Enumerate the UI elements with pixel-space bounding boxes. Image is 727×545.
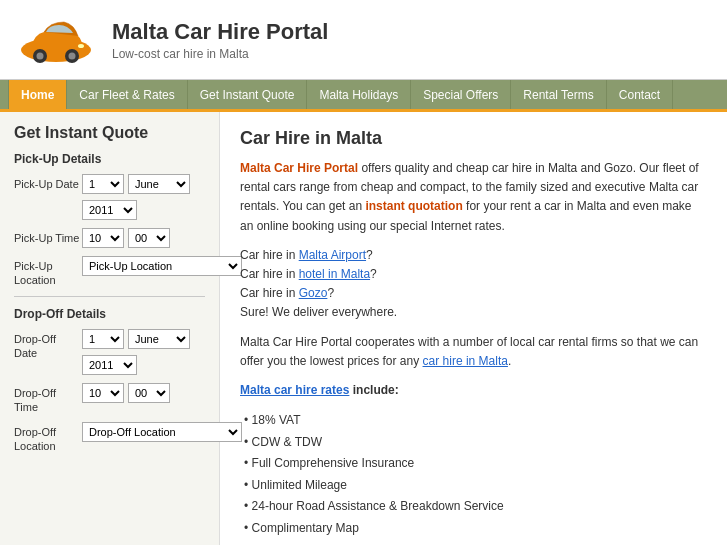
dropoff-min-select[interactable]: 00153045 <box>128 383 170 403</box>
pickup-month-select[interactable]: JanuaryFebruaryMarchApril MayJuneJulyAug… <box>128 174 190 194</box>
locations-paragraph: Car hire in Malta Airport? Car hire in h… <box>240 246 707 323</box>
gozo-link[interactable]: Gozo <box>299 286 328 300</box>
cooperates-paragraph: Malta Car Hire Portal cooperates with a … <box>240 333 707 371</box>
main-article: Car Hire in Malta Malta Car Hire Portal … <box>220 112 727 545</box>
svg-point-2 <box>37 53 44 60</box>
deliver-line: Sure! We deliver everywhere. <box>240 305 397 319</box>
site-header: Malta Car Hire Portal Low-cost car hire … <box>0 0 727 80</box>
pickup-date-label: Pick-Up Date <box>14 174 82 191</box>
section-divider <box>14 296 205 297</box>
pickup-location-controls: Pick-Up Location Malta Airport Valletta … <box>82 256 242 276</box>
dropoff-location-label: Drop-Off Location <box>14 422 82 454</box>
dropoff-time-controls: 0001020304 0506070809 1011121314 1516171… <box>82 383 205 403</box>
nav-item-rental-terms[interactable]: Rental Terms <box>511 80 606 109</box>
dropoff-location-select[interactable]: Drop-Off Location Malta Airport Valletta… <box>82 422 242 442</box>
nav-item-home[interactable]: Home <box>8 80 67 109</box>
pickup-date-row: Pick-Up Date 12345 678910 15202531 Janua… <box>14 174 205 220</box>
airport-line: Car hire in Malta Airport? <box>240 248 373 262</box>
airport-link[interactable]: Malta Airport <box>299 248 366 262</box>
intro-paragraph: Malta Car Hire Portal offers quality and… <box>240 159 707 236</box>
pickup-time-label: Pick-Up Time <box>14 228 82 245</box>
gozo-line: Car hire in Gozo? <box>240 286 334 300</box>
rate-item-mileage: Unlimited Mileage <box>244 475 707 497</box>
rates-list: 18% VAT CDW & TDW Full Comprehensive Ins… <box>244 410 707 545</box>
nav-item-contact[interactable]: Contact <box>607 80 673 109</box>
dropoff-day-select[interactable]: 123510 15202531 <box>82 329 124 349</box>
pickup-time-row: Pick-Up Time 0001020304 0506070809 10111… <box>14 228 205 248</box>
nav-item-malta-holidays[interactable]: Malta Holidays <box>307 80 411 109</box>
pickup-section-title: Pick-Up Details <box>14 152 205 166</box>
pickup-location-row: Pick-Up Location Pick-Up Location Malta … <box>14 256 205 288</box>
nav-item-car-fleet--rates[interactable]: Car Fleet & Rates <box>67 80 187 109</box>
rate-item-terms: Check car rental terms for more informat… <box>244 540 707 545</box>
article-heading: Car Hire in Malta <box>240 128 707 149</box>
rate-item-insurance: Full Comprehensive Insurance <box>244 453 707 475</box>
dropoff-month-select[interactable]: JanuaryFebruaryMarchApril MayJuneJulyAug… <box>128 329 190 349</box>
car-hire-malta-link[interactable]: car hire in Malta <box>423 354 508 368</box>
main-content: Get Instant Quote Pick-Up Details Pick-U… <box>0 112 727 545</box>
rates-include-text: include: <box>349 383 398 397</box>
dropoff-location-controls: Drop-Off Location Malta Airport Valletta… <box>82 422 242 442</box>
portal-name-link[interactable]: Malta Car Hire Portal <box>240 161 358 175</box>
dropoff-time-row: Drop-Off Time 0001020304 0506070809 1011… <box>14 383 205 415</box>
dropoff-year-select[interactable]: 201120122013 <box>82 355 137 375</box>
nav-item-get-instant-quote[interactable]: Get Instant Quote <box>188 80 308 109</box>
malta-rates-link[interactable]: Malta car hire rates <box>240 383 349 397</box>
pickup-location-label: Pick-Up Location <box>14 256 82 288</box>
dropoff-date-label: Drop-Off Date <box>14 329 82 361</box>
pickup-min-select[interactable]: 00153045 <box>128 228 170 248</box>
pickup-time-controls: 0001020304 0506070809 1011121314 1516171… <box>82 228 205 248</box>
rates-line: Malta car hire rates include: <box>240 381 707 400</box>
dropoff-time-label: Drop-Off Time <box>14 383 82 415</box>
svg-point-5 <box>78 44 84 48</box>
quote-sidebar: Get Instant Quote Pick-Up Details Pick-U… <box>0 112 220 545</box>
dropoff-location-row: Drop-Off Location Drop-Off Location Malt… <box>14 422 205 454</box>
instant-quote-text: instant quotation <box>365 199 462 213</box>
nav-item-special-offers[interactable]: Special Offers <box>411 80 511 109</box>
dropoff-hour-select[interactable]: 0001020304 0506070809 1011121314 1516171… <box>82 383 124 403</box>
site-logo <box>16 12 96 67</box>
dropoff-date-controls: 123510 15202531 JanuaryFebruaryMarchApri… <box>82 329 205 375</box>
svg-point-4 <box>69 53 76 60</box>
sidebar-title: Get Instant Quote <box>14 124 205 142</box>
rate-item-vat: 18% VAT <box>244 410 707 432</box>
rate-item-cdw: CDW & TDW <box>244 432 707 454</box>
pickup-day-select[interactable]: 12345 678910 15202531 <box>82 174 124 194</box>
rate-item-assistance: 24-hour Road Assistance & Breakdown Serv… <box>244 496 707 518</box>
site-title-block: Malta Car Hire Portal Low-cost car hire … <box>112 19 328 61</box>
hotel-line: Car hire in hotel in Malta? <box>240 267 377 281</box>
pickup-year-select[interactable]: 201120122013 <box>82 200 137 220</box>
pickup-date-controls: 12345 678910 15202531 JanuaryFebruaryMar… <box>82 174 205 220</box>
site-title: Malta Car Hire Portal <box>112 19 328 45</box>
pickup-location-select[interactable]: Pick-Up Location Malta Airport Valletta … <box>82 256 242 276</box>
dropoff-section-title: Drop-Off Details <box>14 307 205 321</box>
dropoff-date-row: Drop-Off Date 123510 15202531 JanuaryFeb… <box>14 329 205 375</box>
rate-item-map: Complimentary Map <box>244 518 707 540</box>
hotel-link[interactable]: hotel in Malta <box>299 267 370 281</box>
pickup-hour-select[interactable]: 0001020304 0506070809 1011121314 1516171… <box>82 228 124 248</box>
main-nav: HomeCar Fleet & RatesGet Instant QuoteMa… <box>0 80 727 112</box>
site-subtitle: Low-cost car hire in Malta <box>112 47 328 61</box>
